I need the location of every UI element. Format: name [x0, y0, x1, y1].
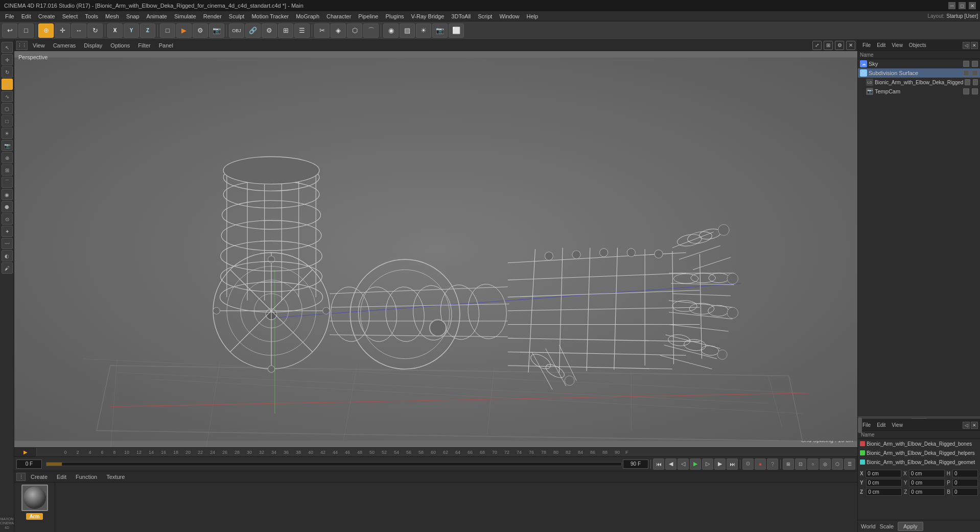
left-tool-array[interactable]: ⊞	[2, 164, 13, 176]
array-button[interactable]: ⬡	[347, 23, 362, 38]
apply-button[interactable]: Apply	[898, 522, 923, 531]
mirror-button[interactable]: ◈	[331, 23, 346, 38]
object-row-subdivision[interactable]: ⬡ Subdivision Surface	[858, 68, 980, 78]
menu-select[interactable]: Select	[59, 12, 81, 20]
play-button[interactable]: ▶	[690, 458, 701, 470]
left-tool-material[interactable]: ◉	[2, 189, 13, 200]
object-row-arm[interactable]: L0 Bionic_Arm_with_Elbow_Deka_Rigged	[858, 78, 980, 87]
go-to-start-button[interactable]: ⏮	[653, 458, 664, 470]
camera-button[interactable]: 📷	[432, 23, 448, 38]
attr-row-helpers[interactable]: Bionic_Arm_with_Elbow_Deka_Rigged_helper…	[858, 448, 980, 457]
texture-button[interactable]: ▨	[400, 23, 415, 38]
object-mode-button[interactable]: Y	[124, 23, 139, 38]
left-tool-camera[interactable]: 📷	[2, 140, 13, 151]
bottom-menu-edit[interactable]: Edit	[53, 473, 71, 481]
x-position-field[interactable]	[866, 470, 901, 477]
floor-button[interactable]: ⬜	[449, 23, 464, 38]
left-tool-scale[interactable]: ⟲	[2, 79, 13, 90]
sub-render-button[interactable]	[972, 70, 978, 76]
scrollbar-thumb[interactable]	[858, 418, 862, 433]
autokey-button[interactable]: ?	[767, 458, 778, 470]
h-field[interactable]	[952, 470, 978, 477]
z-position-field[interactable]	[866, 488, 902, 496]
menu-window[interactable]: Window	[496, 12, 522, 20]
obj-mgr-objects[interactable]: Objects	[906, 41, 929, 49]
timeline-icon-4[interactable]: ◎	[820, 458, 831, 470]
sub-vis-button[interactable]	[963, 70, 969, 76]
bottom-dots[interactable]: ⋮	[16, 473, 26, 481]
left-tool-polygon[interactable]: ⬡	[2, 103, 13, 114]
menu-help[interactable]: Help	[524, 12, 542, 20]
menu-animate[interactable]: Animate	[144, 12, 170, 20]
render-view-button[interactable]: □	[160, 23, 175, 38]
p-field[interactable]	[952, 479, 978, 487]
record-active-button[interactable]: ⚙	[742, 458, 754, 470]
arm-vis-button[interactable]	[965, 79, 970, 85]
attr-close[interactable]: ✕	[971, 422, 978, 429]
render-settings-button[interactable]: ⚙	[193, 23, 208, 38]
viewport[interactable]: Perspective Grid Spacing : 10 cm	[14, 51, 857, 447]
menu-mograph[interactable]: MoGraph	[293, 12, 322, 20]
vp-menu-cameras[interactable]: Cameras	[50, 41, 79, 50]
rotate-tool-button[interactable]: ↻	[87, 23, 103, 38]
obj-mgr-collapse[interactable]: ◁	[963, 42, 970, 49]
move-tool-button[interactable]: ✛	[55, 23, 70, 38]
render-button[interactable]: ▶	[176, 23, 192, 38]
left-tool-hair[interactable]: 〰	[2, 238, 13, 249]
left-tool-sculpt[interactable]: ◐	[2, 250, 13, 261]
attr-row-bones[interactable]: Bionic_Arm_with_Elbow_Deka_Rigged_bones	[858, 439, 980, 448]
left-tool-spline[interactable]: ∿	[2, 91, 13, 102]
left-tool-rotate[interactable]: ↻	[2, 66, 13, 78]
menu-edit[interactable]: Edit	[18, 12, 34, 20]
z-rotation-field[interactable]	[909, 488, 945, 496]
timeline-icon-3[interactable]: ○	[807, 458, 819, 470]
light-button[interactable]: ☀	[416, 23, 431, 38]
point-mode-button[interactable]: Z	[140, 23, 155, 38]
menu-sculpt[interactable]: Sculpt	[226, 12, 248, 20]
left-tool-null[interactable]: ⊕	[2, 152, 13, 163]
vp-icon-settings[interactable]: ⚙	[835, 41, 844, 50]
menu-simulate[interactable]: Simulate	[171, 12, 199, 20]
left-tool-paint[interactable]: 🖌	[2, 262, 13, 274]
object-select-button[interactable]: OBJ	[229, 23, 244, 38]
obj-mgr-edit[interactable]: Edit	[874, 41, 888, 49]
vp-menu-filter[interactable]: Filter	[135, 41, 153, 50]
bottom-menu-texture[interactable]: Texture	[102, 473, 129, 481]
obj-mgr-view[interactable]: View	[889, 41, 905, 49]
snap-button[interactable]: 🔗	[245, 23, 261, 38]
attr-edit[interactable]: Edit	[874, 421, 888, 429]
render-to-po-button[interactable]: 📷	[209, 23, 224, 38]
material-manager-button[interactable]: ◉	[383, 23, 399, 38]
obj-mgr-file[interactable]: File	[860, 41, 873, 49]
attr-view[interactable]: View	[889, 421, 905, 429]
prev-key-button[interactable]: ◁	[678, 458, 689, 470]
close-button[interactable]: ✕	[969, 2, 976, 9]
prev-frame-button[interactable]: ◀	[665, 458, 676, 470]
maximize-button[interactable]: □	[959, 2, 966, 9]
x-rotation-field[interactable]	[909, 470, 945, 477]
object-row-tempcam[interactable]: 📷 TempCam	[858, 87, 980, 96]
next-frame-button[interactable]: ▶	[714, 458, 726, 470]
vp-menu-view[interactable]: View	[30, 41, 48, 50]
left-tool-light[interactable]: ☀	[2, 128, 13, 139]
attr-collapse[interactable]: ◁	[963, 422, 970, 429]
menu-motion-tracker[interactable]: Motion Tracker	[248, 12, 292, 20]
left-tool-move[interactable]: ✛	[2, 54, 13, 65]
end-frame-field[interactable]	[623, 460, 648, 469]
vp-menu-options[interactable]: Options	[107, 41, 133, 50]
menu-script[interactable]: Script	[475, 12, 495, 20]
undo-button[interactable]: ↩	[2, 23, 17, 38]
vp-icon-layout[interactable]: ⊞	[824, 41, 833, 50]
left-tool-particles[interactable]: ✦	[2, 226, 13, 237]
timeline-icon-6[interactable]: ☰	[844, 458, 855, 470]
knife-tool-button[interactable]: ✂	[314, 23, 330, 38]
model-mode-button[interactable]: X	[107, 23, 123, 38]
menu-pipeline[interactable]: Pipeline	[355, 12, 381, 20]
menu-create[interactable]: Create	[35, 12, 58, 20]
current-frame-field[interactable]	[16, 460, 42, 469]
snap-settings-button[interactable]: ⚙	[262, 23, 277, 38]
arm-render-button[interactable]	[973, 79, 978, 85]
playback-range-bar[interactable]	[46, 462, 622, 466]
tempcam-vis-button[interactable]	[963, 88, 969, 94]
left-tool-cube[interactable]: □	[2, 115, 13, 127]
